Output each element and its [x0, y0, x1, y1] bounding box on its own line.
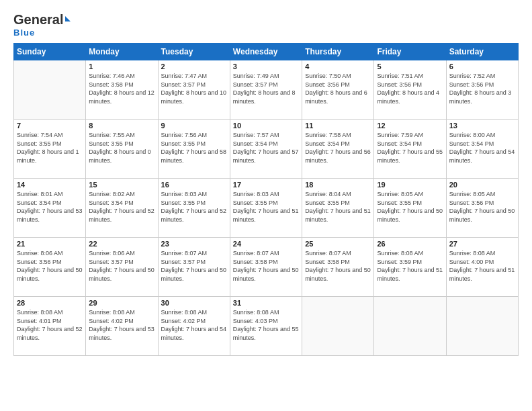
calendar-cell: 29Sunrise: 8:08 AM Sunset: 4:02 PM Dayli…: [86, 297, 158, 356]
day-info: Sunrise: 8:07 AM Sunset: 3:57 PM Dayligh…: [161, 249, 227, 283]
calendar-week-1: 7Sunrise: 7:54 AM Sunset: 3:55 PM Daylig…: [14, 120, 519, 179]
day-number: 22: [89, 240, 154, 248]
weekday-header-sunday: Sunday: [14, 44, 86, 60]
day-number: 6: [449, 62, 515, 71]
calendar-cell: 17Sunrise: 8:03 AM Sunset: 3:55 PM Dayli…: [230, 179, 302, 238]
calendar-week-2: 14Sunrise: 8:01 AM Sunset: 3:54 PM Dayli…: [14, 179, 519, 238]
day-number: 9: [161, 122, 227, 130]
calendar-cell: 27Sunrise: 8:08 AM Sunset: 4:00 PM Dayli…: [446, 238, 518, 297]
day-info: Sunrise: 7:47 AM Sunset: 3:57 PM Dayligh…: [161, 72, 227, 105]
weekday-header-saturday: Saturday: [446, 44, 518, 60]
day-number: 28: [17, 299, 83, 307]
calendar-cell: 20Sunrise: 8:05 AM Sunset: 3:56 PM Dayli…: [446, 179, 518, 238]
calendar-cell: 22Sunrise: 8:06 AM Sunset: 3:57 PM Dayli…: [86, 238, 158, 297]
calendar-header: SundayMondayTuesdayWednesdayThursdayFrid…: [14, 44, 519, 60]
day-info: Sunrise: 7:54 AM Sunset: 3:55 PM Dayligh…: [17, 131, 83, 165]
day-number: 16: [161, 181, 227, 189]
day-number: 10: [233, 122, 299, 130]
calendar-cell: 24Sunrise: 8:07 AM Sunset: 3:58 PM Dayli…: [230, 238, 302, 297]
calendar-cell: 14Sunrise: 8:01 AM Sunset: 3:54 PM Dayli…: [14, 179, 86, 238]
day-number: 3: [233, 62, 299, 71]
day-info: Sunrise: 7:55 AM Sunset: 3:55 PM Dayligh…: [89, 131, 154, 165]
day-number: 24: [233, 240, 299, 248]
day-info: Sunrise: 8:06 AM Sunset: 3:56 PM Dayligh…: [17, 249, 83, 283]
day-info: Sunrise: 7:59 AM Sunset: 3:54 PM Dayligh…: [377, 131, 443, 165]
day-info: Sunrise: 8:08 AM Sunset: 4:00 PM Dayligh…: [449, 249, 515, 283]
day-number: 20: [449, 181, 515, 189]
day-number: 1: [89, 62, 154, 71]
calendar-cell: 9Sunrise: 7:56 AM Sunset: 3:55 PM Daylig…: [158, 120, 230, 179]
calendar-body: 1Sunrise: 7:46 AM Sunset: 3:58 PM Daylig…: [14, 60, 519, 356]
day-info: Sunrise: 8:07 AM Sunset: 3:58 PM Dayligh…: [305, 249, 371, 283]
day-number: 25: [305, 240, 371, 248]
calendar-cell: [302, 297, 374, 356]
day-number: 7: [17, 122, 83, 130]
day-info: Sunrise: 8:03 AM Sunset: 3:55 PM Dayligh…: [161, 190, 227, 224]
day-number: 4: [305, 62, 371, 71]
day-info: Sunrise: 8:05 AM Sunset: 3:56 PM Dayligh…: [449, 190, 515, 224]
calendar-cell: 15Sunrise: 8:02 AM Sunset: 3:54 PM Dayli…: [86, 179, 158, 238]
day-number: 12: [377, 122, 443, 130]
calendar-cell: 13Sunrise: 8:00 AM Sunset: 3:54 PM Dayli…: [446, 120, 518, 179]
calendar-cell: 8Sunrise: 7:55 AM Sunset: 3:55 PM Daylig…: [86, 120, 158, 179]
weekday-header-thursday: Thursday: [302, 44, 374, 60]
calendar-cell: 4Sunrise: 7:50 AM Sunset: 3:56 PM Daylig…: [302, 60, 374, 120]
day-info: Sunrise: 8:01 AM Sunset: 3:54 PM Dayligh…: [17, 190, 83, 224]
day-number: 15: [89, 181, 154, 189]
calendar-cell: 3Sunrise: 7:49 AM Sunset: 3:57 PM Daylig…: [230, 60, 302, 120]
calendar-cell: 30Sunrise: 8:08 AM Sunset: 4:02 PM Dayli…: [158, 297, 230, 356]
calendar-cell: 16Sunrise: 8:03 AM Sunset: 3:55 PM Dayli…: [158, 179, 230, 238]
day-info: Sunrise: 8:04 AM Sunset: 3:55 PM Dayligh…: [305, 190, 371, 224]
day-info: Sunrise: 7:49 AM Sunset: 3:57 PM Dayligh…: [233, 72, 299, 105]
calendar-cell: 12Sunrise: 7:59 AM Sunset: 3:54 PM Dayli…: [374, 120, 446, 179]
calendar-cell: 10Sunrise: 7:57 AM Sunset: 3:54 PM Dayli…: [230, 120, 302, 179]
calendar-week-3: 21Sunrise: 8:06 AM Sunset: 3:56 PM Dayli…: [14, 238, 519, 297]
calendar-cell: 1Sunrise: 7:46 AM Sunset: 3:58 PM Daylig…: [86, 60, 158, 120]
calendar-cell: 31Sunrise: 8:08 AM Sunset: 4:03 PM Dayli…: [230, 297, 302, 356]
logo: General Blue: [13, 12, 71, 38]
calendar-cell: 19Sunrise: 8:05 AM Sunset: 3:55 PM Dayli…: [374, 179, 446, 238]
day-info: Sunrise: 7:56 AM Sunset: 3:55 PM Dayligh…: [161, 131, 227, 165]
day-number: 21: [17, 240, 83, 248]
day-number: 31: [233, 299, 299, 307]
day-number: 18: [305, 181, 371, 189]
calendar-cell: 26Sunrise: 8:08 AM Sunset: 3:59 PM Dayli…: [374, 238, 446, 297]
day-info: Sunrise: 8:06 AM Sunset: 3:57 PM Dayligh…: [89, 249, 154, 283]
calendar-cell: 11Sunrise: 7:58 AM Sunset: 3:54 PM Dayli…: [302, 120, 374, 179]
calendar-cell: 7Sunrise: 7:54 AM Sunset: 3:55 PM Daylig…: [14, 120, 86, 179]
calendar-cell: 23Sunrise: 8:07 AM Sunset: 3:57 PM Dayli…: [158, 238, 230, 297]
day-info: Sunrise: 8:08 AM Sunset: 4:03 PM Dayligh…: [233, 308, 299, 342]
day-info: Sunrise: 7:51 AM Sunset: 3:56 PM Dayligh…: [377, 72, 443, 105]
calendar-cell: 5Sunrise: 7:51 AM Sunset: 3:56 PM Daylig…: [374, 60, 446, 120]
header: General Blue: [13, 12, 519, 38]
day-info: Sunrise: 7:50 AM Sunset: 3:56 PM Dayligh…: [305, 72, 371, 105]
day-number: 11: [305, 122, 371, 130]
day-info: Sunrise: 8:08 AM Sunset: 3:59 PM Dayligh…: [377, 249, 443, 283]
day-info: Sunrise: 8:05 AM Sunset: 3:55 PM Dayligh…: [377, 190, 443, 224]
calendar-cell: 6Sunrise: 7:52 AM Sunset: 3:56 PM Daylig…: [446, 60, 518, 120]
weekday-row: SundayMondayTuesdayWednesdayThursdayFrid…: [14, 44, 519, 60]
day-number: 23: [161, 240, 227, 248]
page: General Blue SundayMondayTuesdayWednesda…: [0, 0, 532, 411]
day-number: 30: [161, 299, 227, 307]
day-info: Sunrise: 7:46 AM Sunset: 3:58 PM Dayligh…: [89, 72, 154, 105]
weekday-header-friday: Friday: [374, 44, 446, 60]
weekday-header-monday: Monday: [86, 44, 158, 60]
day-info: Sunrise: 7:57 AM Sunset: 3:54 PM Dayligh…: [233, 131, 299, 165]
calendar-cell: [14, 60, 86, 120]
day-info: Sunrise: 8:08 AM Sunset: 4:02 PM Dayligh…: [89, 308, 154, 342]
weekday-header-tuesday: Tuesday: [158, 44, 230, 60]
calendar-cell: 18Sunrise: 8:04 AM Sunset: 3:55 PM Dayli…: [302, 179, 374, 238]
logo-blue-text: Blue: [13, 28, 35, 38]
calendar-cell: [446, 297, 518, 356]
calendar-cell: 2Sunrise: 7:47 AM Sunset: 3:57 PM Daylig…: [158, 60, 230, 120]
day-number: 13: [449, 122, 515, 130]
calendar-table: SundayMondayTuesdayWednesdayThursdayFrid…: [13, 43, 519, 356]
day-info: Sunrise: 8:03 AM Sunset: 3:55 PM Dayligh…: [233, 190, 299, 224]
logo-triangle-icon: [65, 16, 71, 21]
calendar-cell: 28Sunrise: 8:08 AM Sunset: 4:01 PM Dayli…: [14, 297, 86, 356]
calendar-cell: [374, 297, 446, 356]
calendar-week-4: 28Sunrise: 8:08 AM Sunset: 4:01 PM Dayli…: [14, 297, 519, 356]
day-info: Sunrise: 7:58 AM Sunset: 3:54 PM Dayligh…: [305, 131, 371, 165]
day-number: 2: [161, 62, 227, 71]
